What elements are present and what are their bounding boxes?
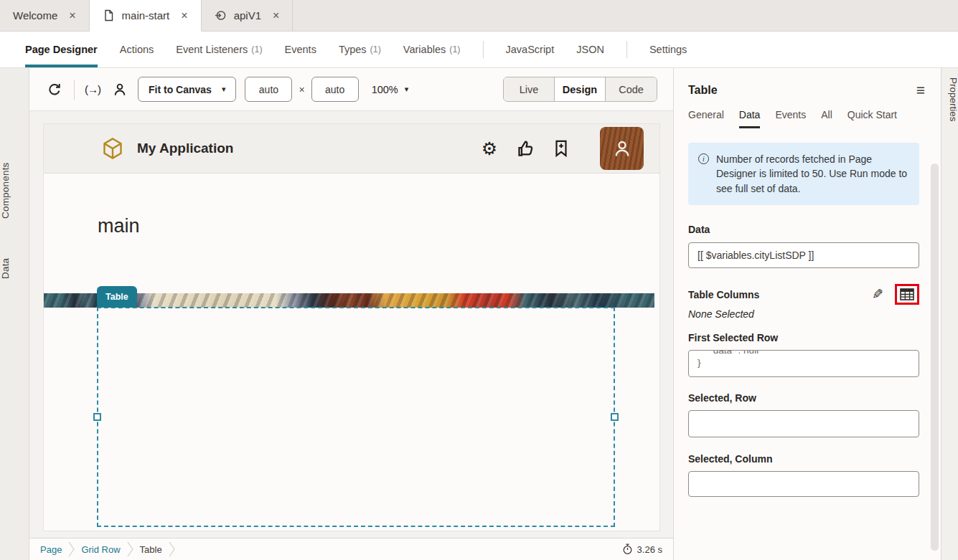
stopwatch-icon [622,544,633,555]
nav-divider [626,41,627,58]
mode-live-button[interactable]: Live [504,77,555,101]
table-component-selection[interactable] [97,307,615,527]
nav-count: (1) [370,44,381,54]
first-selected-row-field[interactable]: "data" : null} [688,350,919,377]
app-header-icons: ⚙ [479,127,644,170]
props-tab-quick-start[interactable]: Quick Start [847,109,897,128]
props-tab-all[interactable]: All [821,109,832,128]
thumbs-up-icon[interactable] [515,138,535,158]
user-context-icon[interactable] [111,80,129,99]
nav-actions[interactable]: Actions [120,32,154,67]
avatar[interactable] [600,127,644,170]
nav-page-designer[interactable]: Page Designer [25,32,98,67]
mode-code-button[interactable]: Code [606,77,657,101]
data-field-label: Data [688,224,919,235]
nav-event-listeners[interactable]: Event Listeners (1) [176,32,262,67]
bookmark-add-icon[interactable] [551,138,571,158]
scrollbar-thumb[interactable] [931,163,939,551]
nav-javascript[interactable]: JavaScript [506,32,555,67]
highlight-box [895,284,919,305]
nav-divider [483,41,484,58]
breadcrumb-grid-row[interactable]: Grid Row [81,544,120,555]
artifact-nav-bar: Page Designer Actions Event Listeners (1… [0,32,958,68]
nav-json[interactable]: JSON [576,32,604,67]
rail-tab-data[interactable]: Data [0,246,29,290]
page-flow-icon[interactable]: (→) [85,83,100,95]
nav-count: (1) [251,44,262,54]
tab-main-start[interactable]: main-start × [90,0,202,32]
records-info-text: Number of records fetched in Page Design… [716,152,909,196]
breadcrumb-page[interactable]: Page [40,544,62,555]
properties-header: Table ≡ [674,68,941,98]
app-window: Welcome × main-start × apiV1 × Page Desi… [0,0,958,560]
mode-design-button[interactable]: Design [555,77,606,101]
canvas-page: My Application ⚙ main Table [43,123,660,531]
close-icon[interactable]: × [69,9,75,22]
records-info-banner: i Number of records fetched in Page Desi… [688,143,919,205]
first-selected-row-brace: } [698,357,701,368]
tab-welcome-label: Welcome [13,9,57,22]
tab-welcome[interactable]: Welcome × [0,0,90,31]
chevron-down-icon: ▾ [222,85,226,94]
render-timer-value: 3.26 s [637,544,662,555]
canvas-toolbar: (→) Fit to Canvas ▾ × 100% ▾ Live Design… [29,68,673,111]
render-timer: 3.26 s [622,544,662,555]
breadcrumb-chevron-icon [127,541,133,557]
selection-badge: Table [97,286,137,308]
app-title: My Application [137,141,233,156]
info-icon: i [698,153,709,164]
nav-settings[interactable]: Settings [649,32,687,67]
data-expression-input[interactable] [688,242,919,268]
props-tab-general[interactable]: General [688,109,724,128]
selected-column-label: Selected, Column [688,453,919,465]
properties-rail: Properties [941,68,958,560]
page-heading: main [98,215,140,237]
tab-apiv1[interactable]: apiV1 × [202,0,293,31]
resize-handle-left[interactable] [93,413,101,421]
resize-handle-right[interactable] [611,413,619,421]
breadcrumb-table[interactable]: Table [140,544,162,555]
properties-tabs: General Data Events All Quick Start [674,109,941,128]
design-canvas-area: (→) Fit to Canvas ▾ × 100% ▾ Live Design… [29,68,673,560]
refresh-icon[interactable] [45,80,64,99]
selected-row-input[interactable] [688,410,919,437]
gear-icon[interactable]: ⚙ [479,138,499,158]
app-header: My Application ⚙ [44,124,659,174]
nav-events[interactable]: Events [285,32,316,67]
chevron-down-icon: ▾ [405,85,409,94]
canvas-width-input[interactable] [245,77,292,102]
service-connection-icon [215,9,227,22]
properties-panel: Table ≡ General Data Events All Quick St… [673,68,941,560]
rail-tab-components[interactable]: Components [0,148,29,233]
table-columns-label: Table Columns [688,289,759,300]
toolbar-divider [74,80,75,100]
props-tab-data[interactable]: Data [739,109,761,128]
selected-row-label: Selected, Row [688,392,919,404]
breadcrumb-status-bar: Page Grid Row Table 3.26 s [29,538,673,560]
left-rail: Components Data Structure [0,68,29,560]
zoom-select[interactable]: 100% ▾ [372,84,409,95]
props-tab-events[interactable]: Events [775,109,806,128]
table-columns-value: None Selected [688,308,919,320]
properties-title: Table [688,84,718,97]
canvas-height-input[interactable] [311,77,359,102]
hamburger-menu-icon[interactable]: ≡ [916,82,925,98]
fit-to-canvas-select[interactable]: Fit to Canvas ▾ [138,77,236,102]
page-icon [103,9,115,22]
breadcrumb-chevron-icon [169,541,175,557]
nav-count: (1) [449,44,460,54]
rail-tab-properties[interactable]: Properties [941,77,958,122]
nav-variables[interactable]: Variables (1) [403,32,461,67]
manage-columns-table-icon[interactable] [900,288,914,300]
dimension-times-label: × [299,84,304,95]
nav-types[interactable]: Types (1) [339,32,381,67]
selected-column-input[interactable] [688,471,919,497]
window-tab-bar: Welcome × main-start × apiV1 × [0,0,958,32]
rail-tab-structure[interactable]: Structure [0,543,29,560]
close-icon[interactable]: × [181,9,187,22]
tab-apiv1-label: apiV1 [234,9,261,22]
breadcrumb-chevron-icon [68,541,75,557]
properties-body: i Number of records fetched in Page Desi… [674,128,941,497]
edit-columns-icon[interactable]: ✎ [872,286,883,303]
close-icon[interactable]: × [273,9,279,22]
